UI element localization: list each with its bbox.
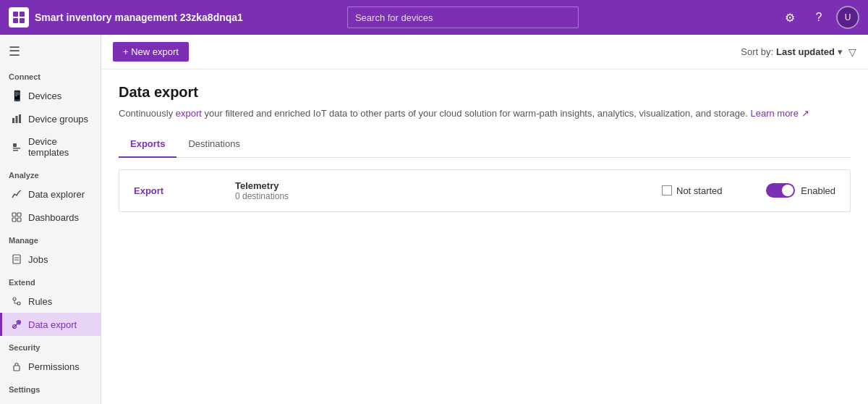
svg-point-17 <box>13 298 16 300</box>
app-title: Smart inventory management 23zka8dnqa1 <box>35 12 243 23</box>
sidebar-item-label-devices: Devices <box>28 91 61 101</box>
learn-more-link[interactable]: Learn more ↗ <box>750 108 809 119</box>
sidebar-item-label-device-groups: Device groups <box>28 114 88 125</box>
svg-rect-23 <box>14 366 20 371</box>
svg-rect-3 <box>20 18 25 23</box>
svg-rect-13 <box>17 218 21 222</box>
device-groups-icon <box>11 113 22 125</box>
sidebar-item-label-data-export: Data export <box>28 319 77 330</box>
sidebar-item-dashboards[interactable]: Dashboards <box>0 206 101 229</box>
sidebar-item-permissions[interactable]: Permissions <box>0 355 101 378</box>
sort-value-label[interactable]: Last updated <box>776 46 835 57</box>
toggle-label: Enabled <box>801 185 835 196</box>
help-icon: ? <box>816 11 822 24</box>
settings-button[interactable]: ⚙ <box>778 6 801 29</box>
svg-rect-1 <box>20 12 25 17</box>
topnav-right-area: ⚙ ? U <box>778 6 859 29</box>
hamburger-menu[interactable]: ☰ <box>0 35 101 65</box>
jobs-icon <box>11 253 22 265</box>
content-body: Data export Continuously export your fil… <box>101 70 868 404</box>
search-bar[interactable] <box>347 7 579 28</box>
new-export-label: + New export <box>123 46 179 57</box>
sidebar-item-device-templates[interactable]: Device templates <box>0 130 101 164</box>
svg-rect-10 <box>12 213 16 216</box>
sidebar: ☰ Connect 📱 Devices Device groups <box>0 35 101 404</box>
sidebar-item-label-jobs: Jobs <box>28 254 48 265</box>
svg-rect-11 <box>17 213 21 216</box>
toggle-area: Enabled <box>763 183 835 198</box>
svg-rect-7 <box>13 143 17 147</box>
rules-icon <box>11 295 22 307</box>
svg-rect-6 <box>19 114 21 123</box>
svg-point-18 <box>17 302 20 305</box>
filter-button[interactable]: ▽ <box>848 46 856 58</box>
sidebar-section-analyze: Analyze <box>0 164 101 182</box>
tab-exports-label: Exports <box>130 138 165 149</box>
svg-rect-2 <box>13 18 18 23</box>
destinations-count: 0 destinations <box>235 191 647 201</box>
sidebar-item-data-export[interactable]: Data export <box>0 313 101 336</box>
export-link-description[interactable]: export <box>176 108 202 119</box>
svg-rect-12 <box>12 218 16 222</box>
app-logo-icon <box>9 7 29 28</box>
status-label: Not started <box>676 185 723 196</box>
svg-rect-5 <box>16 116 18 123</box>
tab-destinations-label: Destinations <box>188 138 240 149</box>
sidebar-item-data-explorer[interactable]: Data explorer <box>0 182 101 206</box>
svg-rect-14 <box>13 255 20 264</box>
device-templates-icon <box>11 141 22 153</box>
sidebar-item-label-device-templates: Device templates <box>28 136 92 158</box>
svg-rect-0 <box>13 12 18 17</box>
data-export-icon <box>11 319 22 330</box>
content-toolbar: + New export Sort by: Last updated ▾ ▽ <box>101 35 868 70</box>
sidebar-section-settings: Settings <box>0 378 101 397</box>
filter-icon: ▽ <box>848 46 856 58</box>
toggle-knob <box>782 185 793 196</box>
sidebar-section-extend: Extend <box>0 271 101 290</box>
data-explorer-icon <box>11 188 22 200</box>
svg-rect-8 <box>13 148 20 149</box>
sidebar-item-label-dashboards: Dashboards <box>28 212 79 223</box>
sort-by-control: Sort by: Last updated ▾ ▽ <box>741 46 856 58</box>
export-card: Export Telemetry 0 destinations Not star… <box>119 169 851 212</box>
telemetry-label: Telemetry <box>235 180 647 191</box>
export-status: Not started <box>662 185 749 196</box>
page-description: Continuously export your filtered and en… <box>119 106 851 121</box>
avatar[interactable]: U <box>836 6 859 29</box>
main-content: + New export Sort by: Last updated ▾ ▽ D… <box>101 35 868 404</box>
sort-prefix-label: Sort by: <box>741 46 773 57</box>
new-export-button[interactable]: + New export <box>113 42 189 62</box>
dashboards-icon <box>11 211 22 223</box>
tab-destinations[interactable]: Destinations <box>176 132 252 158</box>
status-checkbox[interactable] <box>662 185 672 195</box>
sidebar-item-rules[interactable]: Rules <box>0 290 101 313</box>
main-layout: ☰ Connect 📱 Devices Device groups <box>0 35 868 404</box>
sidebar-item-label-rules: Rules <box>28 296 52 307</box>
sidebar-section-security: Security <box>0 336 101 355</box>
export-telemetry-info: Telemetry 0 destinations <box>235 180 647 201</box>
sort-chevron-icon[interactable]: ▾ <box>838 46 843 57</box>
devices-icon: 📱 <box>11 90 22 101</box>
sidebar-item-jobs[interactable]: Jobs <box>0 248 101 271</box>
svg-rect-4 <box>12 118 14 123</box>
svg-rect-9 <box>13 150 18 151</box>
search-input[interactable] <box>347 7 579 28</box>
page-title: Data export <box>119 84 851 101</box>
sidebar-item-label-data-explorer: Data explorer <box>28 189 85 200</box>
tab-exports[interactable]: Exports <box>119 132 176 158</box>
enabled-toggle[interactable] <box>766 183 795 198</box>
sidebar-section-manage: Manage <box>0 229 101 248</box>
export-card-link[interactable]: Export <box>134 185 221 196</box>
permissions-icon <box>11 361 22 372</box>
sidebar-item-label-permissions: Permissions <box>28 361 80 372</box>
top-navigation: Smart inventory management 23zka8dnqa1 ⚙… <box>0 0 868 35</box>
avatar-initials: U <box>845 12 851 22</box>
sidebar-section-connect: Connect <box>0 65 101 84</box>
sidebar-item-device-groups[interactable]: Device groups <box>0 107 101 130</box>
help-button[interactable]: ? <box>807 6 830 29</box>
settings-icon: ⚙ <box>785 11 795 25</box>
tabs-container: Exports Destinations <box>119 132 851 158</box>
sidebar-item-devices[interactable]: 📱 Devices <box>0 84 101 107</box>
app-logo-area: Smart inventory management 23zka8dnqa1 <box>9 7 243 28</box>
